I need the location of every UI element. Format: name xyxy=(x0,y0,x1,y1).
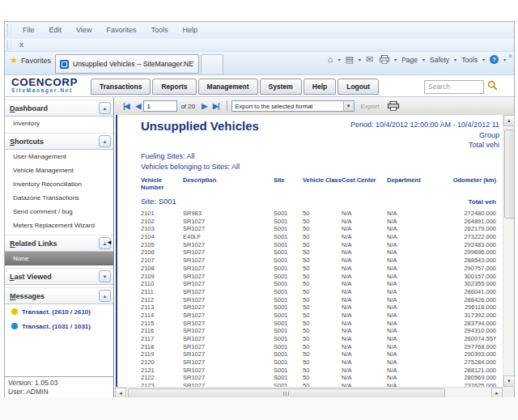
nav-system[interactable]: System xyxy=(260,78,302,95)
table-header-row: Vehicle Number Description Site Vehicle … xyxy=(141,176,496,191)
cell-num: 2108 xyxy=(141,265,183,272)
cell-cost: N/A xyxy=(342,265,387,272)
chevron-up-icon[interactable]: ▲ xyxy=(99,135,111,147)
toolbar-grip[interactable] xyxy=(7,24,11,36)
scroll-up-icon[interactable]: ▲ xyxy=(503,115,515,126)
export-format-select[interactable]: Export to the selected format ▼ xyxy=(231,100,355,112)
tools-menu[interactable]: Tools xyxy=(461,56,478,64)
scroll-down-icon[interactable]: ▼ xyxy=(503,375,515,387)
report-print-icon[interactable] xyxy=(388,101,399,111)
message-item[interactable]: Transact. (1031 / 1031) xyxy=(5,319,113,333)
menu-view[interactable]: View xyxy=(69,26,99,34)
sidebar-item-send-comment[interactable]: Send comment / bug xyxy=(5,205,113,218)
sidebar-item-datazone-transactions[interactable]: Datazone Transactions xyxy=(5,191,113,205)
page-dropdown-icon[interactable]: ▾ xyxy=(422,57,425,62)
search-input[interactable] xyxy=(424,80,484,94)
new-tab-stub[interactable] xyxy=(201,54,223,75)
last-page-button[interactable]: ▶| xyxy=(213,102,219,110)
close-toolbar-button[interactable]: x xyxy=(19,41,23,49)
sidebar-section-last-viewed[interactable]: Last Viewed ▼ xyxy=(5,268,113,285)
cell-cost: N/A xyxy=(342,350,387,358)
chevron-up-icon[interactable]: ▲ xyxy=(99,102,111,114)
cell-num: 2105 xyxy=(141,241,183,248)
menu-tools[interactable]: Tools xyxy=(143,26,175,34)
previous-page-button[interactable]: ◀ xyxy=(135,102,140,110)
cell-cost: N/A xyxy=(342,248,387,256)
print-icon[interactable] xyxy=(380,55,389,64)
cell-site: S001 xyxy=(274,327,303,334)
sidebar-section-messages[interactable]: Messages ▲ xyxy=(5,287,113,304)
vertical-scroll-thumb[interactable] xyxy=(504,129,515,218)
nav-transactions[interactable]: Transactions xyxy=(91,78,151,95)
cell-odo: 300157.000 xyxy=(448,273,496,280)
cell-desc: SR1027 xyxy=(183,312,274,319)
toolbar-grip[interactable] xyxy=(7,40,11,49)
nav-management[interactable]: Management xyxy=(198,78,258,95)
safety-dropdown-icon[interactable]: ▾ xyxy=(454,57,456,62)
cell-odo: 292483.000 xyxy=(448,241,496,248)
print-dropdown-icon[interactable]: ▾ xyxy=(394,57,397,62)
cell-dept: N/A xyxy=(387,296,448,303)
table-row: 2121SR1027S00150N/AN/A288121.000 xyxy=(141,367,496,375)
tools-dropdown-icon[interactable]: ▾ xyxy=(482,57,485,62)
menu-file[interactable]: File xyxy=(15,26,42,34)
page-number-input[interactable] xyxy=(143,100,177,112)
sidebar-item-inventory[interactable]: Inventory xyxy=(5,117,113,130)
page-menu[interactable]: Page xyxy=(401,56,418,64)
cell-site: S001 xyxy=(274,374,303,381)
sidebar-item-none-selected[interactable]: None xyxy=(5,252,113,265)
cell-desc: SR1027 xyxy=(183,367,274,374)
feed-dropdown-icon[interactable]: ▾ xyxy=(359,57,361,62)
home-icon[interactable]: ⌂ xyxy=(328,55,333,64)
cell-site: S001 xyxy=(274,273,303,280)
sidebar-collapse-arrow-icon[interactable]: ◄ xyxy=(106,240,113,246)
sidebar-section-shortcuts[interactable]: Shortcuts ▲ xyxy=(5,133,113,150)
nav-help[interactable]: Help xyxy=(304,78,336,95)
vertical-scrollbar[interactable]: ▲ ▼ xyxy=(503,115,514,387)
menu-help[interactable]: Help xyxy=(175,26,205,34)
col-vehicle-class: Vehicle Class xyxy=(303,176,342,184)
export-button[interactable]: Export xyxy=(361,103,380,110)
search-icon[interactable] xyxy=(487,79,498,94)
next-page-button[interactable]: ▶ xyxy=(202,102,206,110)
cell-cost: N/A xyxy=(342,210,387,217)
sidebar-section-dashboard[interactable]: Dashboard ▲ xyxy=(5,100,113,117)
cell-cls: 50 xyxy=(303,374,342,381)
first-page-button[interactable]: |◀ xyxy=(123,102,129,110)
help-dropdown-icon[interactable]: ▾ xyxy=(503,57,506,62)
status-dot-yellow-icon xyxy=(11,308,18,315)
nav-reports[interactable]: Reports xyxy=(152,78,196,95)
cell-cost: N/A xyxy=(342,343,387,350)
home-dropdown-icon[interactable]: ▾ xyxy=(338,57,340,62)
cell-desc: SR1027 xyxy=(183,335,274,342)
menu-favorites[interactable]: Favorites xyxy=(99,26,143,34)
user-label: User: ADMIN xyxy=(8,388,113,397)
sidebar-section-related-links[interactable]: Related Links ▲ xyxy=(5,235,113,252)
cell-cls: 50 xyxy=(303,225,342,232)
sidebar-item-vehicle-management[interactable]: Vehicle Management xyxy=(5,163,113,177)
chevron-up-icon[interactable]: ▲ xyxy=(99,290,111,302)
feed-icon[interactable]: ▤ xyxy=(345,55,353,64)
cell-odo: 288426.000 xyxy=(448,296,496,303)
report-toolbar: |◀ ◀ of 20 ▶ ▶| Export to the selected f… xyxy=(115,97,514,116)
favorites-button[interactable]: ★ Favorites xyxy=(10,56,51,65)
select-dropdown-icon[interactable]: ▼ xyxy=(343,101,354,111)
cell-odo: 262179.000 xyxy=(448,225,496,232)
cell-dept: N/A xyxy=(387,358,448,366)
sidebar-item-meters-replacement[interactable]: Meters Replacement Wizard xyxy=(5,218,113,232)
cell-num: 2103 xyxy=(141,225,183,232)
message-item[interactable]: Transact. (2610 / 2610) xyxy=(5,304,113,319)
sidebar-item-user-management[interactable]: User Management xyxy=(5,150,113,163)
toolbar-overflow-chevron[interactable]: » xyxy=(508,52,512,60)
cell-site: S001 xyxy=(274,358,303,366)
horizontal-scrollbar[interactable]: ◄ ► xyxy=(115,387,503,398)
mail-icon[interactable]: ✉ xyxy=(366,55,373,64)
sidebar-item-inventory-reconciliation[interactable]: Inventory Reconciliation xyxy=(5,177,113,191)
chevron-down-icon[interactable]: ▼ xyxy=(99,270,111,282)
site-group-row: Site: S001 Total veh xyxy=(141,197,496,206)
help-icon[interactable]: ? xyxy=(490,55,499,64)
browser-tab[interactable]: Unsupplied Vehicles -- SiteManager.NET xyxy=(55,54,199,74)
nav-logout[interactable]: Logout xyxy=(338,78,379,95)
safety-menu[interactable]: Safety xyxy=(430,56,449,64)
menu-edit[interactable]: Edit xyxy=(42,26,70,34)
